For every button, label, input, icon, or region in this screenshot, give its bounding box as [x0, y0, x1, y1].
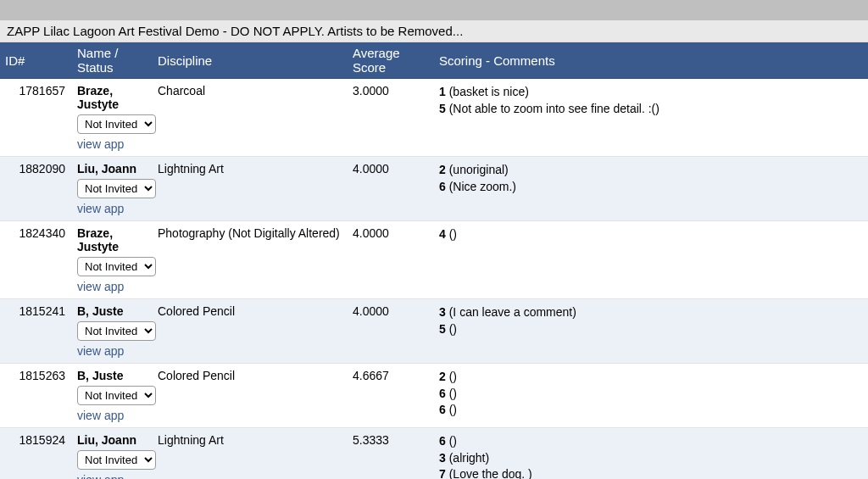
- comment-score: 6: [439, 434, 446, 448]
- table-row: 1815241B, JusteNot Invitedview appColore…: [0, 299, 868, 364]
- table-row: 1824340Braze, JustyteNot Invitedview app…: [0, 221, 868, 299]
- discipline-cell: Lightning Art: [153, 428, 348, 480]
- comment-text: (Not able to zoom into see fine detail. …: [449, 102, 659, 115]
- comment-score: 6: [439, 403, 446, 416]
- comment-text: (basket is nice): [449, 85, 529, 98]
- table-row: 1815924Liu, JoannNot Invitedview appLigh…: [0, 428, 868, 480]
- status-select[interactable]: Not Invited: [77, 114, 156, 134]
- application-id: 1824340: [0, 221, 72, 299]
- comment-score: 5: [439, 322, 446, 336]
- comment-line: 6 (): [439, 402, 863, 419]
- col-id[interactable]: ID#: [0, 42, 72, 79]
- comment-score: 4: [439, 227, 446, 241]
- col-discipline[interactable]: Discipline: [153, 42, 348, 79]
- comment-text: (Nice zoom.): [449, 180, 516, 193]
- discipline-cell: Colored Pencil: [153, 299, 348, 364]
- status-select[interactable]: Not Invited: [77, 321, 156, 341]
- avg-score-cell: 5.3333: [348, 428, 434, 480]
- comment-score: 7: [439, 467, 446, 479]
- comments-cell: 3 (I can leave a comment)5 (): [434, 299, 868, 364]
- table-row: 1882090Liu, JoannNot Invitedview appLigh…: [0, 157, 868, 221]
- comment-line: 3 (I can leave a comment): [439, 304, 863, 321]
- view-app-link[interactable]: view app: [77, 344, 124, 358]
- avg-score-cell: 4.0000: [348, 299, 434, 364]
- comment-text: (): [449, 387, 457, 400]
- comment-text: (): [449, 322, 457, 336]
- discipline-cell: Photography (Not Digitally Altered): [153, 221, 348, 299]
- col-name[interactable]: Name / Status: [72, 42, 153, 79]
- name-status-cell: B, JusteNot Invitedview app: [72, 299, 153, 364]
- comment-line: 5 (Not able to zoom into see fine detail…: [439, 101, 863, 118]
- comments-cell: 2 (unoriginal)6 (Nice zoom.): [434, 157, 868, 221]
- comments-cell: 1 (basket is nice)5 (Not able to zoom in…: [434, 79, 868, 157]
- comment-line: 2 (unoriginal): [439, 162, 863, 179]
- comment-line: 7 (Love the dog. ): [439, 466, 863, 479]
- comment-line: 3 (alright): [439, 450, 863, 467]
- comments-cell: 6 ()3 (alright)7 (Love the dog. ): [434, 428, 868, 480]
- comment-score: 3: [439, 451, 446, 465]
- view-app-link[interactable]: view app: [77, 409, 124, 422]
- table-row: 1815263B, JusteNot Invitedview appColore…: [0, 364, 868, 428]
- view-app-link[interactable]: view app: [77, 473, 124, 479]
- name-status-cell: Braze, JustyteNot Invitedview app: [72, 79, 153, 157]
- name-status-cell: B, JusteNot Invitedview app: [72, 364, 153, 428]
- artist-name: B, Juste: [77, 304, 147, 318]
- table-row: 1781657Braze, JustyteNot Invitedview app…: [0, 79, 868, 157]
- status-select[interactable]: Not Invited: [77, 257, 156, 276]
- comment-text: (): [449, 370, 457, 383]
- comment-line: 6 (Nice zoom.): [439, 179, 863, 196]
- page-title: ZAPP Lilac Lagoon Art Festival Demo - DO…: [0, 20, 868, 42]
- application-id: 1882090: [0, 157, 72, 221]
- comment-text: (alright): [449, 451, 489, 465]
- discipline-cell: Charcoal: [153, 79, 348, 157]
- status-select[interactable]: Not Invited: [77, 179, 156, 198]
- comment-line: 1 (basket is nice): [439, 84, 863, 101]
- status-select[interactable]: Not Invited: [77, 450, 156, 470]
- comment-line: 4 (): [439, 226, 863, 243]
- comments-cell: 2 ()6 ()6 (): [434, 364, 868, 428]
- avg-score-cell: 4.6667: [348, 364, 434, 428]
- comment-score: 6: [439, 387, 446, 400]
- col-scoring[interactable]: Scoring - Comments: [434, 42, 868, 79]
- artist-name: Liu, Joann: [77, 162, 147, 175]
- application-id: 1815241: [0, 299, 72, 364]
- view-app-link[interactable]: view app: [77, 202, 124, 215]
- discipline-cell: Colored Pencil: [153, 364, 348, 428]
- avg-score-cell: 3.0000: [348, 79, 434, 157]
- comment-text: (Love the dog. ): [449, 467, 532, 479]
- name-status-cell: Braze, JustyteNot Invitedview app: [72, 221, 153, 299]
- name-status-cell: Liu, JoannNot Invitedview app: [72, 157, 153, 221]
- comment-score: 5: [439, 102, 446, 115]
- comment-line: 2 (): [439, 369, 863, 386]
- application-id: 1815263: [0, 364, 72, 428]
- status-select[interactable]: Not Invited: [77, 386, 156, 405]
- comment-score: 2: [439, 163, 446, 176]
- comment-line: 5 (): [439, 321, 863, 338]
- avg-score-cell: 4.0000: [348, 221, 434, 299]
- comment-score: 2: [439, 370, 446, 383]
- comment-line: 6 (): [439, 386, 863, 403]
- discipline-cell: Lightning Art: [153, 157, 348, 221]
- comment-line: 6 (): [439, 433, 863, 450]
- application-id: 1781657: [0, 79, 72, 157]
- application-id: 1815924: [0, 428, 72, 480]
- comment-score: 3: [439, 305, 446, 319]
- comment-score: 6: [439, 180, 446, 193]
- view-app-link[interactable]: view app: [77, 137, 124, 151]
- top-gray-bar: [0, 0, 868, 20]
- name-status-cell: Liu, JoannNot Invitedview app: [72, 428, 153, 480]
- comment-text: (unoriginal): [449, 163, 509, 176]
- comment-text: (): [449, 403, 457, 416]
- comments-cell: 4 (): [434, 221, 868, 299]
- avg-score-cell: 4.0000: [348, 157, 434, 221]
- col-avg[interactable]: Average Score: [348, 42, 434, 79]
- comment-text: (): [449, 434, 457, 448]
- artist-name: Braze, Justyte: [77, 84, 147, 111]
- artist-name: B, Juste: [77, 369, 147, 382]
- comment-text: (): [449, 227, 457, 241]
- view-app-link[interactable]: view app: [77, 280, 124, 293]
- comment-text: (I can leave a comment): [449, 305, 576, 319]
- artists-table: ID# Name / Status Discipline Average Sco…: [0, 42, 868, 479]
- artist-name: Liu, Joann: [77, 433, 147, 447]
- artist-name: Braze, Justyte: [77, 226, 147, 253]
